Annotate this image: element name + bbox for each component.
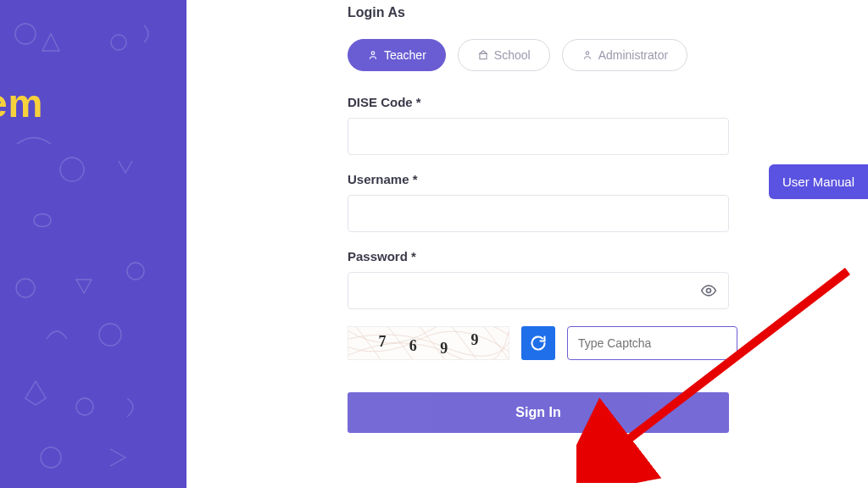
role-tab-label: School — [494, 48, 531, 62]
captcha-digit: 6 — [409, 337, 417, 355]
captcha-image: 7 6 9 9 — [348, 326, 509, 360]
username-group: Username * — [348, 172, 737, 232]
show-password-icon[interactable] — [700, 282, 717, 299]
captcha-digit: 9 — [471, 331, 479, 349]
refresh-icon — [530, 335, 547, 352]
svg-point-5 — [99, 324, 121, 346]
login-form: Login As Teacher School Administrator DI… — [348, 0, 737, 433]
password-label: Password * — [348, 249, 737, 263]
svg-point-10 — [586, 52, 589, 54]
role-tab-label: Teacher — [384, 48, 426, 62]
login-as-label: Login As — [348, 5, 737, 20]
teacher-icon — [367, 49, 379, 61]
svg-point-11 — [707, 289, 711, 293]
captcha-digit: 7 — [378, 333, 386, 351]
svg-point-1 — [111, 35, 126, 50]
captcha-digit: 9 — [440, 340, 448, 358]
dise-code-input[interactable] — [348, 118, 729, 155]
sidebar-pattern-decoration — [0, 0, 186, 488]
sidebar-title: stem — [0, 80, 43, 126]
signin-button[interactable]: Sign In — [348, 392, 729, 433]
administrator-icon — [581, 49, 593, 61]
school-icon — [477, 49, 489, 61]
role-tab-administrator[interactable]: Administrator — [562, 39, 687, 71]
svg-point-6 — [76, 398, 93, 415]
svg-point-0 — [15, 24, 36, 44]
password-group: Password * — [348, 249, 737, 309]
role-tab-label: Administrator — [598, 48, 668, 62]
role-tab-teacher[interactable]: Teacher — [348, 39, 446, 71]
sidebar-panel: stem — [0, 0, 186, 488]
svg-point-2 — [60, 158, 84, 181]
dise-code-group: DISE Code * — [348, 95, 737, 155]
refresh-captcha-button[interactable] — [521, 326, 555, 360]
svg-point-7 — [41, 447, 61, 468]
username-input[interactable] — [348, 195, 729, 232]
svg-rect-9 — [480, 53, 487, 58]
password-input[interactable] — [348, 272, 729, 309]
svg-point-8 — [371, 52, 375, 54]
captcha-row: 7 6 9 9 — [348, 326, 737, 360]
role-tab-school[interactable]: School — [458, 39, 550, 71]
role-tab-group: Teacher School Administrator — [348, 39, 737, 71]
username-label: Username * — [348, 172, 737, 186]
svg-point-4 — [127, 263, 144, 280]
captcha-input[interactable] — [567, 326, 737, 360]
svg-point-3 — [16, 279, 35, 297]
user-manual-tab[interactable]: User Manual — [769, 164, 868, 199]
dise-code-label: DISE Code * — [348, 95, 737, 109]
